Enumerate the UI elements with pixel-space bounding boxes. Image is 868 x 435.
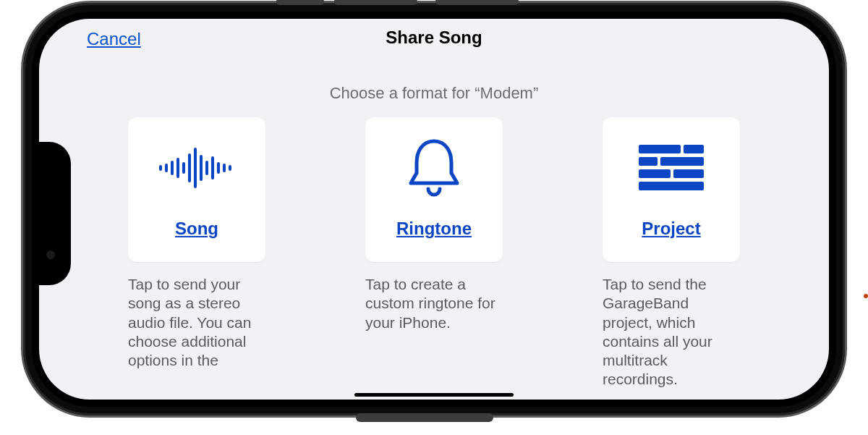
ringtone-description: Tap to create a custom ringtone for your…	[365, 275, 503, 332]
phone-volume-up-button	[334, 0, 417, 5]
svg-rect-18	[673, 169, 704, 178]
home-indicator[interactable]	[354, 393, 514, 397]
project-option-card[interactable]: Project	[603, 117, 740, 262]
ringtone-option-card[interactable]: Ringtone	[365, 117, 503, 262]
iphone-frame: Cancel Share Song Choose a format for “M…	[23, 3, 845, 415]
navigation-bar: Cancel Share Song	[39, 23, 829, 59]
page-title: Share Song	[39, 28, 829, 48]
phone-power-button	[356, 413, 493, 422]
bell-icon	[405, 140, 463, 195]
svg-rect-13	[639, 145, 681, 153]
svg-rect-14	[684, 145, 704, 153]
waveform-icon	[153, 140, 240, 195]
phone-screen: Cancel Share Song Choose a format for “M…	[39, 19, 829, 400]
phone-notch	[39, 142, 71, 285]
svg-rect-15	[639, 157, 658, 166]
svg-rect-16	[660, 157, 704, 166]
phone-mute-switch-indicator	[864, 294, 868, 298]
phone-volume-down-button	[435, 0, 519, 5]
subtitle-label: Choose a format for “Modem”	[39, 84, 829, 103]
tracks-icon	[639, 140, 704, 195]
song-description: Tap to send your song as a stereo audio …	[128, 275, 265, 370]
svg-rect-17	[639, 169, 671, 178]
project-label: Project	[642, 219, 700, 239]
ringtone-label: Ringtone	[396, 219, 472, 239]
format-options: Song Tap to send your song as a stereo a…	[39, 117, 829, 389]
phone-camera	[46, 250, 55, 259]
song-label: Song	[175, 219, 218, 239]
phone-side-button	[276, 0, 324, 5]
svg-rect-19	[639, 182, 704, 190]
song-option-card[interactable]: Song	[128, 117, 265, 262]
project-description: Tap to send the GarageBand project, whic…	[603, 275, 740, 389]
